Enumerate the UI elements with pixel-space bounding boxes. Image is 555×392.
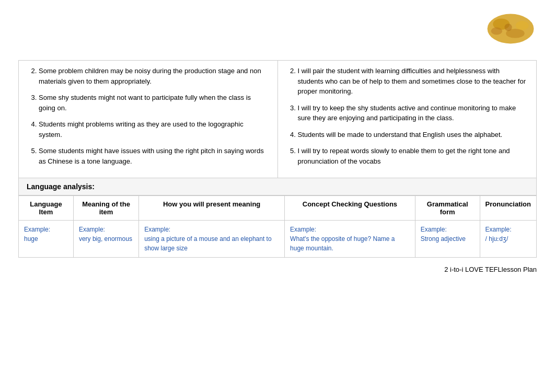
language-analysis-header: Language analysis: <box>18 178 537 195</box>
list-item: I will try to keep the shy students acti… <box>298 103 526 123</box>
col-header-meaning: Meaning of the item <box>73 196 138 221</box>
example-label-4: Example: <box>290 226 316 233</box>
example-value-6: / hjuːdʒ/ <box>485 235 508 243</box>
example-value-4: What's the opposite of huge? Name a huge… <box>290 235 395 252</box>
problems-column: Some problem children may be noisy durin… <box>19 61 278 178</box>
main-content: Some problem children may be noisy durin… <box>0 60 555 258</box>
example-label-3: Example: <box>144 226 170 233</box>
list-item: Students might problems writing as they … <box>39 119 267 140</box>
problems-list: Some problem children may be noisy durin… <box>29 66 267 166</box>
example-value-5: Strong adjective <box>421 235 466 243</box>
col-header-language-item: Language Item <box>19 196 74 221</box>
svg-point-2 <box>516 21 529 30</box>
example-label-6: Example: <box>485 226 512 233</box>
cell-ccq: Example: What's the opposite of huge? Na… <box>285 221 415 258</box>
list-item: I will try to repeat words slowly to ena… <box>298 146 526 166</box>
col-header-grammatical-form: Grammatical form <box>415 196 480 221</box>
example-label-1: Example: <box>24 226 50 233</box>
list-item: Students will be made to understand that… <box>298 130 526 140</box>
list-item: I will pair the student with learning di… <box>298 66 526 97</box>
solutions-column: I will pair the student with learning di… <box>278 61 537 178</box>
cell-language-item: Example: huge <box>19 221 74 258</box>
list-item: Some shy students might not want to part… <box>39 93 267 113</box>
example-value-1: huge <box>24 235 38 243</box>
table-header-row: Language Item Meaning of the item How yo… <box>19 196 537 221</box>
cell-pronunciation: Example: / hjuːdʒ/ <box>480 221 536 258</box>
cell-grammatical-form: Example: Strong adjective <box>415 221 480 258</box>
svg-point-4 <box>491 27 502 34</box>
two-col-section: Some problem children may be noisy durin… <box>18 60 537 178</box>
footer: 2 i-to-i LOVE TEFLlesson Plan <box>0 260 555 279</box>
blob-decoration <box>482 8 539 50</box>
list-item: Some students might have issues with usi… <box>39 146 267 166</box>
svg-point-5 <box>504 24 512 31</box>
cell-meaning: Example: very big, enormous <box>73 221 138 258</box>
table-row: Example: huge Example: very big, enormou… <box>19 221 537 258</box>
cell-present-meaning: Example: using a picture of a mouse and … <box>139 221 285 258</box>
footer-text: 2 i-to-i LOVE TEFLlesson Plan <box>444 266 537 273</box>
col-header-pronunciation: Pronunciation <box>480 196 536 221</box>
top-decoration <box>0 0 555 60</box>
example-label-2: Example: <box>79 226 105 233</box>
language-analysis-table: Language Item Meaning of the item How yo… <box>18 195 537 258</box>
col-header-present-meaning: How you will present meaning <box>139 196 285 221</box>
col-header-ccq: Concept Checking Questions <box>285 196 415 221</box>
example-value-2: very big, enormous <box>79 235 132 243</box>
language-analysis-title: Language analysis: <box>27 182 95 191</box>
solutions-list: I will pair the student with learning di… <box>288 66 526 166</box>
page-wrapper: Some problem children may be noisy durin… <box>0 0 555 392</box>
example-value-3: using a picture of a mouse and an elepha… <box>144 235 272 252</box>
list-item: Some problem children may be noisy durin… <box>39 66 267 86</box>
example-label-5: Example: <box>421 226 447 233</box>
